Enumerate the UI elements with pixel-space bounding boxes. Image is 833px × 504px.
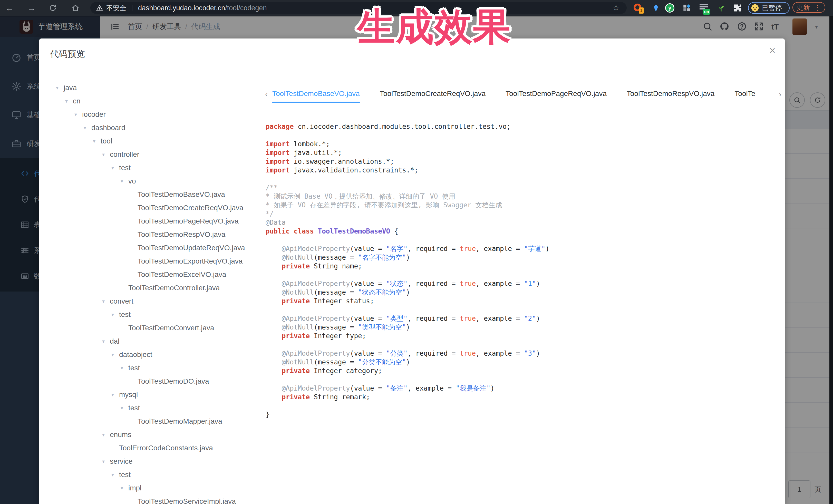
caret-down-icon[interactable]: ▾ bbox=[111, 391, 119, 398]
extension-list-on-icon[interactable]: on bbox=[699, 3, 709, 13]
caret-down-icon[interactable]: ▾ bbox=[84, 125, 91, 131]
browser-home-button[interactable] bbox=[71, 4, 79, 12]
tree-node-label: ToolTestDemoUpdateReqVO.java bbox=[138, 244, 245, 252]
tree-file-ToolTestDemoController.java[interactable]: ToolTestDemoController.java bbox=[39, 281, 260, 295]
tree-file-ToolTestDemoConvert.java[interactable]: ToolTestDemoConvert.java bbox=[39, 321, 260, 335]
tree-file-ToolTestDemoPageReqVO.java[interactable]: ToolTestDemoPageReqVO.java bbox=[39, 215, 260, 228]
code-line bbox=[266, 236, 549, 244]
tree-folder-dataobject[interactable]: ▾dataobject bbox=[39, 348, 260, 361]
tree-folder-enums[interactable]: ▾enums bbox=[39, 428, 260, 441]
screen: ← → 不安全 dashboard.yudao.iocoder.cn/tool/… bbox=[0, 0, 833, 504]
browser-menu-icon[interactable]: ⋮ bbox=[814, 3, 821, 12]
tree-node-label: ToolTestDemoExportReqVO.java bbox=[138, 257, 242, 265]
code-line bbox=[266, 340, 549, 349]
tree-folder-service[interactable]: ▾service bbox=[39, 455, 260, 468]
profile-paused-badge[interactable]: 已暂停 bbox=[748, 2, 790, 14]
tab-ToolTestDemoBaseVO.java[interactable]: ToolTestDemoBaseVO.java bbox=[272, 85, 360, 104]
tree-folder-test[interactable]: ▾test bbox=[39, 308, 260, 321]
browser-update-button[interactable]: 更新 ⋮ bbox=[792, 2, 825, 13]
security-label[interactable]: 不安全 bbox=[106, 4, 126, 13]
extension-gem-icon[interactable] bbox=[651, 3, 661, 13]
extension-green-icon[interactable]: y bbox=[665, 3, 674, 13]
browser-forward-button[interactable]: → bbox=[27, 2, 36, 14]
caret-down-icon[interactable]: ▾ bbox=[111, 352, 119, 358]
code-line: package cn.iocoder.dashboard.modules.too… bbox=[266, 122, 549, 131]
caret-down-icon[interactable]: ▾ bbox=[111, 312, 119, 318]
tree-folder-test[interactable]: ▾test bbox=[39, 161, 260, 174]
code-line: private String remark; bbox=[266, 393, 549, 401]
caret-down-icon[interactable]: ▾ bbox=[74, 111, 82, 118]
tree-folder-vo[interactable]: ▾vo bbox=[39, 174, 260, 188]
tab-ToolTe[interactable]: ToolTe bbox=[735, 85, 755, 104]
tab-ToolTestDemoPageReqVO.java[interactable]: ToolTestDemoPageReqVO.java bbox=[505, 85, 606, 104]
caret-down-icon[interactable]: ▾ bbox=[102, 151, 110, 158]
code-line: * 测试示例 Base VO，提供给添加、修改、详细的子 VO 使用 bbox=[266, 192, 549, 201]
caret-down-icon[interactable]: ▾ bbox=[121, 365, 128, 371]
tree-folder-dashboard[interactable]: ▾dashboard bbox=[39, 121, 260, 135]
caret-down-icon[interactable]: ▾ bbox=[111, 165, 119, 171]
tree-file-ToolErrorCodeConstants.java[interactable]: ToolErrorCodeConstants.java bbox=[39, 441, 260, 455]
extensions-puzzle-icon[interactable] bbox=[733, 3, 742, 13]
tree-file-ToolTestDemoExcelVO.java[interactable]: ToolTestDemoExcelVO.java bbox=[39, 268, 260, 281]
tree-node-label: test bbox=[119, 471, 130, 479]
browser-reload-button[interactable] bbox=[49, 4, 57, 12]
caret-down-icon[interactable]: ▾ bbox=[102, 432, 110, 438]
code-line: @ApiModelProperty(value = "名字", required… bbox=[266, 244, 549, 253]
url-path: /tool/codegen bbox=[225, 4, 267, 12]
tab-ToolTestDemoCreateReqVO.java[interactable]: ToolTestDemoCreateReqVO.java bbox=[380, 85, 485, 104]
code-line bbox=[266, 375, 549, 384]
caret-down-icon[interactable]: ▾ bbox=[102, 338, 110, 344]
code-line: @NotNull(message = "分类不能为空") bbox=[266, 358, 549, 366]
tree-node-label: convert bbox=[110, 297, 134, 305]
tree-file-ToolTestDemoExportReqVO.java[interactable]: ToolTestDemoExportReqVO.java bbox=[39, 255, 260, 268]
code-line: @ApiModelProperty(value = "类型", required… bbox=[266, 314, 549, 323]
tree-folder-dal[interactable]: ▾dal bbox=[39, 335, 260, 348]
caret-down-icon[interactable]: ▾ bbox=[121, 485, 128, 491]
tree-folder-test[interactable]: ▾test bbox=[39, 401, 260, 415]
tab-ToolTestDemoRespVO.java[interactable]: ToolTestDemoRespVO.java bbox=[627, 85, 714, 104]
extension-orange-icon[interactable]: 1 bbox=[634, 3, 643, 13]
tree-file-ToolTestDemoMapper.java[interactable]: ToolTestDemoMapper.java bbox=[39, 415, 260, 428]
tree-folder-iocoder[interactable]: ▾iocoder bbox=[39, 108, 260, 121]
tree-node-label: ToolTestDemoCreateReqVO.java bbox=[138, 204, 243, 212]
tree-folder-java[interactable]: ▾java bbox=[39, 81, 260, 94]
tree-file-ToolTestDemoRespVO.java[interactable]: ToolTestDemoRespVO.java bbox=[39, 228, 260, 241]
caret-down-icon[interactable]: ▾ bbox=[65, 98, 73, 104]
tabs-prev-icon[interactable]: ‹ bbox=[265, 85, 268, 103]
tree-folder-mysql[interactable]: ▾mysql bbox=[39, 388, 260, 401]
tree-file-ToolTestDemoUpdateReqVO.java[interactable]: ToolTestDemoUpdateReqVO.java bbox=[39, 241, 260, 255]
code-line: */ bbox=[266, 209, 549, 218]
caret-down-icon[interactable]: ▾ bbox=[121, 178, 128, 184]
tree-node-label: ToolErrorCodeConstants.java bbox=[119, 444, 213, 452]
tree-node-label: ToolTestDemoMapper.java bbox=[138, 417, 222, 426]
caret-down-icon[interactable]: ▾ bbox=[111, 472, 119, 478]
tree-node-label: dataobject bbox=[119, 351, 152, 359]
tree-file-ToolTestDemoDO.java[interactable]: ToolTestDemoDO.java bbox=[39, 375, 260, 388]
close-icon[interactable]: × bbox=[769, 45, 776, 56]
tree-folder-tool[interactable]: ▾tool bbox=[39, 135, 260, 148]
tree-node-label: test bbox=[128, 364, 140, 372]
browser-back-button[interactable]: ← bbox=[5, 2, 14, 14]
tree-folder-test[interactable]: ▾test bbox=[39, 468, 260, 481]
tree-folder-impl[interactable]: ▾impl bbox=[39, 481, 260, 495]
extension-squares-icon[interactable] bbox=[682, 3, 691, 13]
caret-down-icon[interactable]: ▾ bbox=[102, 458, 110, 464]
tree-folder-cn[interactable]: ▾cn bbox=[39, 94, 260, 108]
tree-folder-controller[interactable]: ▾controller bbox=[39, 148, 260, 161]
tree-folder-test[interactable]: ▾test bbox=[39, 361, 260, 375]
code-line bbox=[266, 305, 549, 314]
tree-file-ToolTestDemoCreateReqVO.java[interactable]: ToolTestDemoCreateReqVO.java bbox=[39, 201, 260, 215]
tree-node-label: test bbox=[119, 164, 130, 172]
caret-down-icon[interactable]: ▾ bbox=[93, 138, 101, 144]
tree-file-ToolTestDemoBaseVO.java[interactable]: ToolTestDemoBaseVO.java bbox=[39, 188, 260, 201]
tree-node-label: enums bbox=[110, 431, 132, 439]
tabs-next-icon[interactable]: › bbox=[779, 85, 781, 103]
code-line: import io.swagger.annotations.*; bbox=[266, 157, 549, 166]
tree-folder-convert[interactable]: ▾convert bbox=[39, 295, 260, 308]
tree-file-ToolTestDemoServiceImpl.java[interactable]: ToolTestDemoServiceImpl.java bbox=[39, 495, 260, 504]
caret-down-icon[interactable]: ▾ bbox=[56, 85, 64, 91]
bookmark-star-icon[interactable]: ☆ bbox=[613, 3, 619, 12]
extension-plant-icon[interactable] bbox=[716, 3, 726, 13]
caret-down-icon[interactable]: ▾ bbox=[102, 298, 110, 304]
caret-down-icon[interactable]: ▾ bbox=[121, 405, 128, 411]
